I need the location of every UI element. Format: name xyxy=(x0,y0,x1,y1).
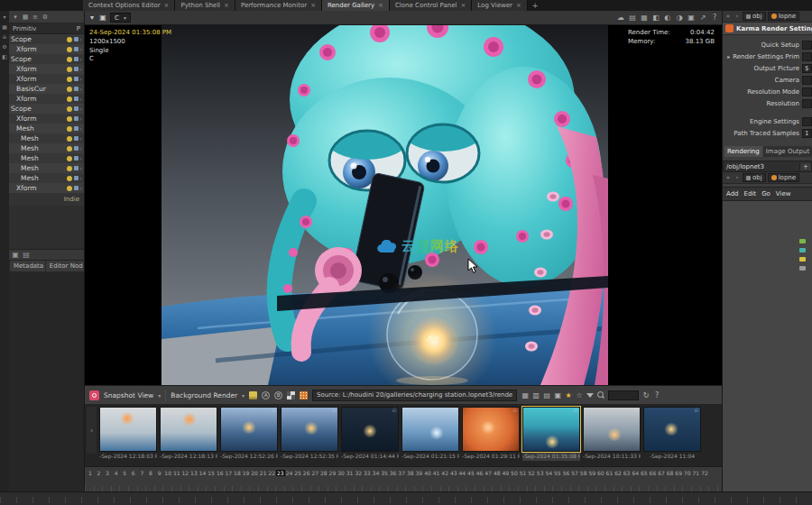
timeline-tick[interactable]: 60 xyxy=(596,470,605,476)
timeline-tick[interactable]: 29 xyxy=(328,470,337,476)
top-tab[interactable]: Performance Monitor × xyxy=(235,0,322,11)
timeline-tick[interactable]: 1 xyxy=(86,470,95,476)
menu-item[interactable]: Edit xyxy=(744,190,757,197)
checker-background-icon[interactable] xyxy=(287,391,295,399)
timeline-ticks[interactable]: 1234567891011121314151617181920212223242… xyxy=(85,470,722,476)
timeline-tick[interactable]: 16 xyxy=(216,470,225,476)
tree-row[interactable]: Xform › xyxy=(9,114,84,124)
gallery-thumbnail[interactable]: ☆ -Sep-2024 10:11:33 P xyxy=(583,407,641,461)
filter-icon[interactable]: ▦ xyxy=(22,14,29,21)
favorite-star-icon[interactable]: ☆ xyxy=(331,407,337,414)
timeline-tick[interactable]: 13 xyxy=(189,470,198,476)
favorite-star-icon[interactable]: ☆ xyxy=(452,407,457,414)
nav-prev-icon[interactable]: ‹ xyxy=(734,13,741,20)
timeline-tick[interactable]: 6 xyxy=(129,470,138,476)
layout-icon[interactable]: ▦ xyxy=(1,23,8,30)
tree-row[interactable]: Mesh › xyxy=(9,163,84,173)
timeline-tick[interactable]: 9 xyxy=(155,470,164,476)
tree-row[interactable]: Xform › xyxy=(9,94,84,104)
expand-arrow-icon[interactable]: › xyxy=(80,185,82,191)
timeline-tick[interactable]: 31 xyxy=(346,470,355,476)
collapse-icon[interactable]: ▾ xyxy=(1,14,8,20)
background-render-dropdown[interactable]: Background Render xyxy=(171,391,237,399)
visibility-toggle-icon[interactable] xyxy=(67,87,72,92)
timeline-tick[interactable]: 50 xyxy=(510,470,519,476)
snapshot-view-dropdown[interactable]: Snapshot View xyxy=(104,391,153,399)
timeline-tick[interactable]: 40 xyxy=(423,470,432,476)
gear-icon[interactable]: ⚙ xyxy=(42,14,49,21)
timeline-tick[interactable]: 56 xyxy=(562,470,571,476)
paint-bucket-icon[interactable] xyxy=(249,391,257,399)
timeline-tick[interactable]: 70 xyxy=(683,470,692,476)
frame-icon[interactable]: ▣ xyxy=(687,14,695,22)
network-node[interactable] xyxy=(799,257,806,262)
add-tab-button[interactable]: + xyxy=(528,0,543,11)
thumbnail-image[interactable]: ☆ xyxy=(522,407,580,452)
menu-arrow-icon[interactable]: ▾ xyxy=(88,14,96,22)
snapshot-badge-icon[interactable] xyxy=(89,390,99,400)
timeline-tick[interactable]: 20 xyxy=(250,470,259,476)
timeline-tick[interactable]: 8 xyxy=(146,470,155,476)
timeline-tick[interactable]: 12 xyxy=(181,470,190,476)
help-icon[interactable]: ? xyxy=(711,14,718,22)
draw-mode-icon[interactable] xyxy=(74,96,78,101)
timeline-tick[interactable]: 63 xyxy=(623,470,632,476)
tree-row[interactable]: Mesh › xyxy=(9,143,84,153)
favorite-star-icon[interactable]: ☆ xyxy=(392,407,397,414)
refresh-icon[interactable]: ↻ xyxy=(642,391,650,399)
favorite-star-icon[interactable]: ☆ xyxy=(573,407,578,414)
folder-icon[interactable]: ▤ xyxy=(23,251,30,259)
gear-icon[interactable]: ⚙ xyxy=(1,43,8,50)
split-view-icon[interactable]: ◧ xyxy=(652,14,660,22)
expand-arrow-icon[interactable]: › xyxy=(80,66,82,72)
tree-row[interactable]: Xform › xyxy=(9,183,84,193)
timeline-tick[interactable]: 66 xyxy=(649,470,658,476)
list-view-icon[interactable]: ≡ xyxy=(32,14,39,21)
timeline-tick[interactable]: 42 xyxy=(440,470,449,476)
timeline-tick[interactable]: 41 xyxy=(432,470,441,476)
expand-arrow-icon[interactable]: › xyxy=(80,36,82,42)
parameter-value[interactable] xyxy=(802,41,812,50)
settings-tab[interactable]: Rendering xyxy=(724,146,762,157)
timeline-tick[interactable]: 25 xyxy=(293,470,302,476)
cloud-render-icon[interactable]: ☁ xyxy=(617,14,624,22)
timeline-tick[interactable]: 68 xyxy=(666,470,675,476)
timeline-tick[interactable]: 43 xyxy=(449,470,458,476)
visibility-toggle-icon[interactable] xyxy=(67,176,72,181)
dither-icon[interactable] xyxy=(300,391,308,399)
tree-row[interactable]: Xform › xyxy=(9,64,84,74)
visibility-toggle-icon[interactable] xyxy=(67,136,72,142)
network-node[interactable] xyxy=(799,239,806,243)
visibility-toggle-icon[interactable] xyxy=(67,116,72,122)
timeline-tick[interactable]: 2 xyxy=(95,470,104,476)
timeline-tick[interactable]: 53 xyxy=(536,470,545,476)
visibility-toggle-icon[interactable] xyxy=(67,37,72,42)
list-icon[interactable]: ≡ xyxy=(1,33,8,40)
top-tab[interactable]: Render Gallery × xyxy=(322,0,390,11)
top-tab[interactable]: Log Viewer × xyxy=(472,0,527,11)
timeline-tick[interactable]: 61 xyxy=(605,470,614,476)
timeline-tick[interactable]: 28 xyxy=(319,470,328,476)
visibility-toggle-icon[interactable] xyxy=(67,156,72,161)
tree-row[interactable]: Scope › xyxy=(9,34,84,44)
timeline-tick[interactable]: 71 xyxy=(692,470,701,476)
nav-prev-icon[interactable]: ‹ xyxy=(734,174,741,181)
draw-mode-icon[interactable] xyxy=(74,156,78,161)
expand-arrow-icon[interactable]: › xyxy=(80,165,82,171)
tree-row[interactable]: Mesh › xyxy=(9,173,84,183)
timeline-tick[interactable]: 48 xyxy=(493,470,502,476)
expand-arrow-icon[interactable]: › xyxy=(80,46,82,52)
tree-row[interactable]: Xform › xyxy=(9,44,84,54)
timeline-tick[interactable]: 36 xyxy=(389,470,398,476)
timeline-tick[interactable]: 49 xyxy=(502,470,511,476)
timeline-tick[interactable]: 30 xyxy=(337,470,346,476)
contrast-icon[interactable]: ◐ xyxy=(664,14,671,22)
timeline-tick[interactable]: 51 xyxy=(519,470,528,476)
visibility-toggle-icon[interactable] xyxy=(67,186,72,191)
draw-mode-icon[interactable] xyxy=(74,77,78,81)
draw-mode-icon[interactable] xyxy=(74,47,78,51)
visibility-toggle-icon[interactable] xyxy=(67,96,72,102)
thumbnail-image[interactable]: ☆ xyxy=(462,407,520,452)
timeline-current-frame[interactable]: 23 xyxy=(276,470,285,476)
gallery-search-input[interactable] xyxy=(608,390,639,400)
